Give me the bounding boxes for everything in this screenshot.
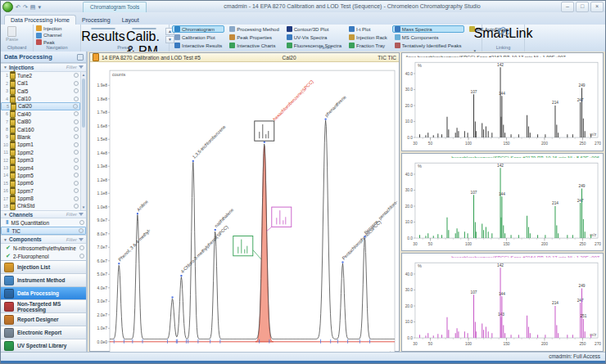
tab-data-processing-home[interactable]: Data Processing Home [4, 15, 76, 25]
injection-row-cal160[interactable]: 8Cal160 [1, 125, 80, 133]
injection-row-1ppm8[interactable]: 171ppm8 [1, 195, 80, 202]
injection-row-1ppm4[interactable]: 131ppm4 [1, 164, 80, 171]
injection-row-cal1[interactable]: 2Cal1 [1, 79, 80, 87]
redo-icon[interactable]: ↷ [23, 2, 28, 11]
pane-toggle-i-t-plot[interactable]: I-t Plot [346, 25, 390, 33]
scroll-down-icon[interactable]: ▼ [81, 205, 86, 209]
injection-row-cal80[interactable]: 7Cal80 [1, 118, 80, 125]
nav-channel-button[interactable]: Channel [36, 33, 78, 38]
contextual-tab-group[interactable]: Chromatogram Tools [83, 2, 147, 12]
channels-section-header[interactable]: ▼ Channels Filter [1, 210, 86, 219]
pin-icon[interactable] [77, 54, 84, 61]
injection-row-cal20[interactable]: 5Cal20 [1, 102, 80, 110]
injection-status-icon [74, 73, 79, 78]
svg-text:200: 200 [541, 142, 548, 146]
preset-results-button[interactable]: Results [84, 25, 123, 45]
injection-row-1ppm7[interactable]: 161ppm7 [1, 187, 80, 195]
injection-row-tune2[interactable]: 1Tune2 [1, 72, 80, 79]
spectrum-panel-right: hexachlorobenzene(SPCC) Scan #2164 RT: 1… [401, 253, 604, 352]
pane-toggle-processing-method[interactable]: Processing Method [227, 25, 281, 33]
channel-row-ms-quantitation[interactable]: ‖MS Quantitation [1, 218, 86, 227]
funnel-icon[interactable] [79, 65, 84, 69]
collapse-icon[interactable]: ▼ [3, 212, 7, 217]
paste-icon [7, 26, 16, 37]
injection-rack-icon [349, 34, 355, 40]
pane-toggle-uv-vis-spectra[interactable]: UV-Vis Spectra [284, 34, 344, 41]
filter-label[interactable]: Filter [66, 65, 77, 70]
category-nav: Injection ListInstrument MethodData Proc… [1, 260, 86, 353]
minimize-button[interactable]: – [561, 2, 574, 12]
pane-toggle-injection-rack[interactable]: Injection Rack [346, 34, 390, 41]
spectrum-plot[interactable]: %0.010.020.030.040.05010015020025030270m… [402, 158, 603, 251]
injection-row-1ppm5[interactable]: 141ppm5 [1, 172, 80, 179]
save-icon[interactable]: ▤ [30, 2, 36, 11]
injection-row-1ppm1[interactable]: 101ppm1 [1, 141, 80, 148]
sidebar-item-uv-spectral-library[interactable]: UV Spectral Library [1, 339, 86, 353]
chromatogram-panel-header[interactable]: 14 EPA 8270 Calibration and LOD Test #5 … [90, 53, 399, 62]
spectrum-plot[interactable]: %0.010.020.030.040.05010015020025030270m… [402, 57, 603, 151]
sidebar-item-electronic-report[interactable]: Electronic Report [1, 326, 86, 339]
component-row-n-nitrosomethylethylamine[interactable]: ✔N-nitrosomethylethylamine [1, 244, 86, 252]
paste-button[interactable]: Paste [3, 25, 20, 47]
component-row-2-fluorophenol[interactable]: ✔2-Fluorophenol [1, 252, 86, 260]
injection-row-chkstd[interactable]: 18ChkStd [1, 202, 80, 209]
injection-row-blank[interactable]: 9Blank [1, 133, 80, 141]
injection-row-1ppm3[interactable]: 121ppm3 [1, 156, 80, 164]
chromatogram-plot[interactable]: -1.0e70.0e01.0e72.0e73.0e74.0e75.0e76.0e… [90, 62, 399, 357]
svg-text:30.0: 30.0 [405, 188, 414, 192]
undo-icon[interactable]: ↶ [16, 2, 20, 11]
components-section-header[interactable]: ▼ Components Filter [1, 235, 86, 244]
pane-toggle-mass-spectra[interactable]: Mass Spectra [392, 25, 464, 33]
preset-calib-pm-button[interactable]: Calib. & PM [124, 25, 164, 45]
nav-injection-button[interactable]: Injection [36, 25, 78, 31]
pane-toggle-peak-properties[interactable]: Peak Properties [227, 34, 281, 41]
funnel-icon[interactable] [79, 213, 84, 216]
injection-status-icon [74, 142, 79, 147]
pane-toggle-contour-3d-plot[interactable]: Contour/3D Plot [284, 25, 344, 33]
sidebar-item-non-targeted-ms-processing[interactable]: Non-Targeted MS Processing [1, 300, 86, 313]
title-bar: ↶ ↷ ▤ ▾ Chromatogram Tools cmadmin - 14 … [1, 1, 605, 13]
svg-text:150: 150 [503, 142, 509, 146]
sidebar-item-instrument-method[interactable]: Instrument Method [1, 274, 86, 287]
peak-properties-icon [229, 34, 235, 40]
sidebar-scrollbar[interactable]: ▲▼ [80, 72, 86, 210]
smartlink-button[interactable]: SmartLink ▾ [485, 25, 522, 47]
svg-text:247: 247 [577, 198, 584, 202]
tab-layout[interactable]: Layout [116, 16, 145, 25]
channel-row-tic[interactable]: ‖TIC [1, 227, 86, 235]
qat-dropdown-icon[interactable]: ▾ [38, 2, 41, 11]
filter-label[interactable]: Filter [66, 237, 77, 242]
scrollbar-thumb[interactable] [82, 79, 85, 128]
sidebar-item-injection-list[interactable]: Injection List [1, 261, 86, 274]
injection-row-cal5[interactable]: 3Cal5 [1, 87, 80, 94]
sidebar-item-data-processing[interactable]: Data Processing [1, 287, 86, 300]
close-button[interactable]: × [590, 2, 604, 12]
pane-toggle-calibration-plot[interactable]: Calibration Plot [172, 34, 224, 41]
spectrum-plot[interactable]: %0.010.020.030.040.05010015020025030270m… [402, 258, 603, 351]
scroll-up-icon[interactable]: ▲ [81, 73, 86, 77]
svg-text:10.0: 10.0 [405, 119, 414, 124]
nav-peak-button[interactable]: Peak [36, 39, 78, 45]
injection-row-cal40[interactable]: 6Cal40 [1, 110, 80, 118]
funnel-icon[interactable] [79, 238, 84, 241]
injections-section-header[interactable]: ▼ Injections Filter [1, 63, 86, 72]
injection-row-1ppm2[interactable]: 111ppm2 [1, 149, 80, 156]
sidebar-item-report-designer[interactable]: Report Designer [1, 313, 86, 326]
pane-toggle-chromatogram[interactable]: Chromatogram [172, 25, 224, 33]
svg-text:1.5e8: 1.5e8 [97, 137, 108, 142]
filter-label[interactable]: Filter [66, 212, 77, 217]
maximize-button[interactable]: □ [576, 2, 589, 12]
injection-row-cal10[interactable]: 4Cal10 [1, 95, 80, 102]
svg-text:2.0e7: 2.0e7 [97, 312, 108, 317]
collapse-icon[interactable]: ▼ [3, 237, 7, 242]
app-logo-orb-icon[interactable] [2, 2, 13, 12]
tab-processing[interactable]: Processing [76, 16, 116, 25]
injection-vial-icon [93, 53, 99, 61]
collapse-icon[interactable]: ▼ [3, 65, 7, 70]
report-designer-icon [4, 315, 14, 325]
pane-toggle-ms-components[interactable]: MS Components [392, 34, 464, 41]
svg-text:8.0e7: 8.0e7 [97, 231, 108, 236]
svg-text:214: 214 [552, 101, 559, 106]
injection-row-1ppm6[interactable]: 151ppm6 [1, 179, 80, 186]
channel-icon [36, 33, 42, 38]
